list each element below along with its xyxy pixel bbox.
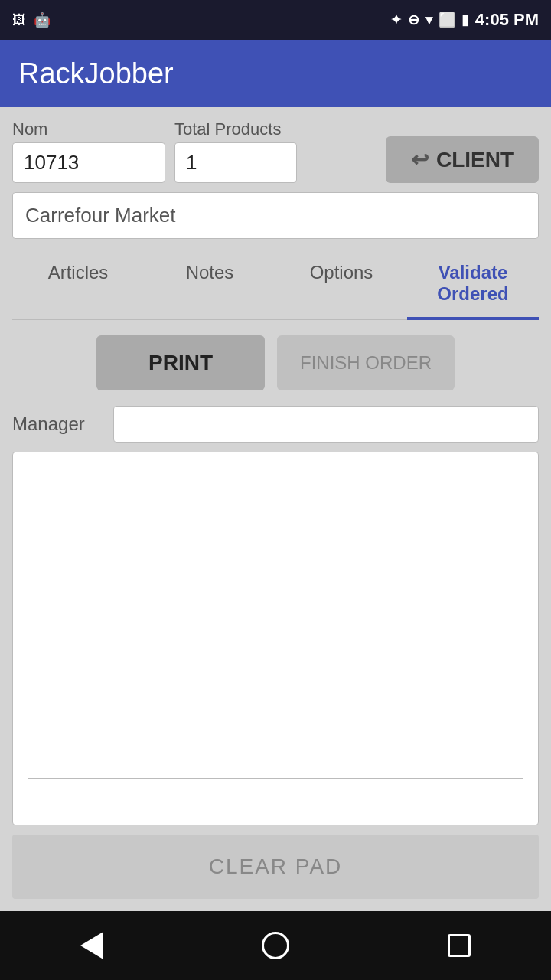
nom-label: Nom: [12, 119, 165, 139]
back-button[interactable]: [69, 923, 115, 969]
client-undo-icon: ↩: [411, 147, 429, 172]
app-bar: RackJobber: [0, 40, 551, 107]
main-content: Nom Total Products ↩ CLIENT Articles Not…: [0, 107, 551, 911]
app-title: RackJobber: [18, 57, 174, 90]
print-button[interactable]: PRINT: [96, 335, 265, 390]
manager-label: Manager: [12, 413, 104, 435]
clear-pad-button[interactable]: CLEAR PAD: [12, 835, 539, 899]
total-products-input[interactable]: [174, 142, 297, 183]
bottom-nav: [0, 911, 551, 980]
recents-icon: [448, 934, 471, 957]
status-icons-left: 🖼 🤖: [12, 11, 51, 28]
status-bar: 🖼 🤖 ✦ ⊖ ▾ ⬜ ▮ 4:05 PM: [0, 0, 551, 40]
bluetooth-icon: ✦: [390, 11, 402, 28]
finish-order-button[interactable]: FINISH ORDER: [277, 335, 455, 390]
battery-icon: ▮: [461, 11, 469, 28]
wifi-icon: ▾: [425, 11, 432, 28]
tabs-row: Articles Notes Options Validate Ordered: [12, 248, 539, 320]
signature-pad[interactable]: [12, 452, 539, 825]
action-buttons: PRINT FINISH ORDER: [12, 329, 539, 397]
manager-input[interactable]: [113, 406, 539, 443]
signal-icon: ⬜: [439, 11, 455, 28]
status-time: 4:05 PM: [475, 10, 539, 30]
client-button[interactable]: ↩ CLIENT: [386, 136, 539, 183]
home-button[interactable]: [253, 923, 298, 969]
home-icon: [262, 932, 289, 959]
manager-row: Manager: [12, 406, 539, 443]
status-icons-right: ✦ ⊖ ▾ ⬜ ▮ 4:05 PM: [390, 10, 539, 30]
tab-options[interactable]: Options: [276, 248, 407, 318]
total-products-label: Total Products: [174, 119, 297, 139]
back-icon: [80, 932, 103, 959]
tab-validate-ordered[interactable]: Validate Ordered: [407, 248, 539, 318]
android-icon: 🤖: [34, 11, 51, 28]
image-icon: 🖼: [12, 12, 26, 28]
nom-group: Nom: [12, 119, 165, 183]
tab-articles[interactable]: Articles: [12, 248, 144, 318]
recents-button[interactable]: [436, 923, 482, 969]
client-button-label: CLIENT: [436, 148, 514, 172]
total-products-group: Total Products: [174, 119, 297, 183]
nom-input[interactable]: [12, 142, 165, 183]
minus-circle-icon: ⊖: [408, 11, 419, 28]
store-name-input[interactable]: [12, 192, 539, 239]
signature-line: [28, 778, 523, 779]
tab-notes[interactable]: Notes: [144, 248, 276, 318]
top-fields-row: Nom Total Products ↩ CLIENT: [12, 119, 539, 183]
